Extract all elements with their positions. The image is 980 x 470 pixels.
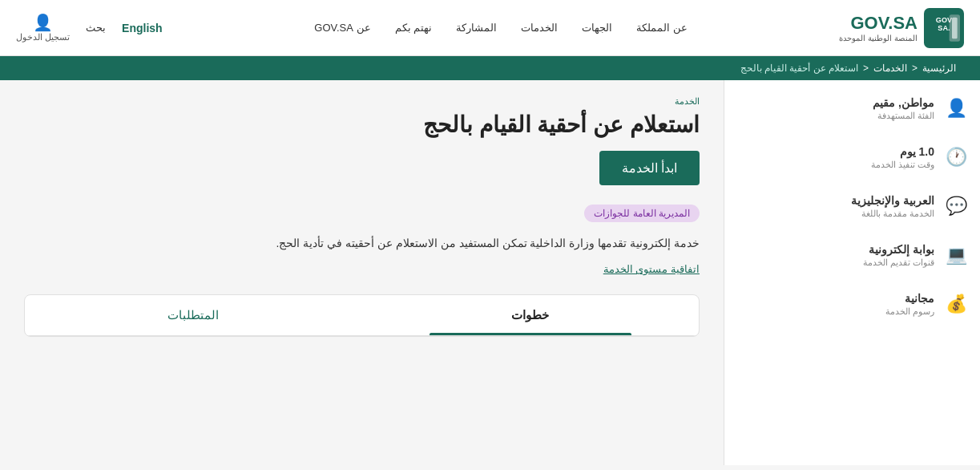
tab-requirements[interactable]: المتطلبات: [25, 295, 362, 335]
login-area[interactable]: 👤 تسجيل الدخول: [16, 13, 70, 43]
fee-icon: 💰: [944, 294, 968, 314]
main-content: 👤 مواطن, مقيم الفئة المستهدفة 🕐 1.0 يوم …: [0, 80, 980, 465]
breadcrumb-sep-1: <: [912, 63, 917, 74]
sidebar-execution-time: 🕐 1.0 يوم وقت تنفيذ الخدمة: [736, 145, 968, 170]
tab-steps[interactable]: خطوات: [362, 295, 700, 335]
nav-item-care[interactable]: نهتم بكم: [395, 22, 433, 34]
svg-rect-4: [952, 17, 958, 38]
nav-item-about-kingdom[interactable]: عن المملكة: [636, 22, 688, 34]
execution-time-label: وقت تنفيذ الخدمة: [871, 160, 934, 170]
target-audience-label: الفئة المستهدفة: [873, 111, 934, 121]
service-meta-label: الخدمة: [24, 96, 700, 107]
breadcrumb-current: استعلام عن أحقية القيام بالحج: [740, 63, 858, 74]
main-nav: عن المملكة الجهات الخدمات المشاركة نهتم …: [163, 22, 840, 34]
agency-badge: المديرية العامة للجوازات: [584, 205, 700, 222]
tabs-header: خطوات المتطلبات: [25, 295, 699, 336]
portal-icon: 💻: [944, 245, 968, 265]
sidebar-language: 💬 العربية والإنجليزية الخدمة مقدمة باللغ…: [736, 194, 968, 219]
fee-label: رسوم الخدمة: [885, 306, 934, 317]
user-login-icon: 👤: [33, 13, 53, 32]
language-value: العربية والإنجليزية: [851, 194, 934, 207]
sidebar-target-audience: 👤 مواطن, مقيم الفئة المستهدفة: [736, 96, 968, 121]
english-language-toggle[interactable]: English: [122, 22, 163, 34]
execution-time-value: 1.0 يوم: [871, 145, 934, 158]
language-label: الخدمة مقدمة باللغة: [851, 209, 934, 219]
sidebar-fee: 💰 مجانية رسوم الخدمة: [736, 292, 968, 317]
service-description: خدمة إلكترونية تقدمها وزارة الداخلية تمك…: [24, 233, 700, 253]
breadcrumb-bar: الرئيسية < الخدمات < استعلام عن أحقية ال…: [0, 56, 980, 80]
logo-text: GOV.SA: [839, 13, 917, 34]
breadcrumb-services[interactable]: الخدمات: [873, 63, 907, 74]
login-label: تسجيل الدخول: [16, 32, 70, 43]
logo-area: GOV .SA GOV.SA المنصة الوطنية الموحدة: [839, 8, 964, 48]
clock-icon: 🕐: [944, 147, 968, 168]
target-audience-value: مواطن, مقيم: [873, 96, 934, 109]
nav-item-participation[interactable]: المشاركة: [456, 22, 497, 34]
channel-label: قنوات تقديم الخدمة: [863, 257, 934, 268]
site-header: GOV .SA GOV.SA المنصة الوطنية الموحدة عن…: [0, 0, 980, 56]
start-service-button[interactable]: ابدأ الخدمة: [599, 151, 700, 185]
service-title: استعلام عن أحقية القيام بالحج: [24, 111, 700, 138]
user-icon: 👤: [944, 98, 968, 119]
breadcrumb-sep-2: <: [863, 63, 869, 74]
service-content-panel: الخدمة استعلام عن أحقية القيام بالحج ابد…: [0, 80, 724, 465]
sidebar-channel: 💻 بوابة إلكترونية قنوات تقديم الخدمة: [736, 243, 968, 268]
nav-item-about-govsa[interactable]: عن GOV.SA: [314, 22, 370, 34]
nav-item-entities[interactable]: الجهات: [582, 22, 612, 34]
language-icon: 💬: [944, 196, 968, 217]
service-agreement-link[interactable]: اتفاقية مستوى الخدمة: [24, 263, 700, 275]
search-link[interactable]: بحث: [86, 22, 106, 34]
gov-sa-logo-icon: GOV .SA: [924, 8, 964, 48]
header-actions: English بحث 👤 تسجيل الدخول: [16, 13, 163, 43]
service-sidebar: 👤 مواطن, مقيم الفئة المستهدفة 🕐 1.0 يوم …: [724, 80, 980, 465]
breadcrumb-home[interactable]: الرئيسية: [922, 63, 956, 74]
svg-text:.SA: .SA: [938, 24, 950, 32]
nav-item-services[interactable]: الخدمات: [521, 22, 558, 34]
fee-value: مجانية: [885, 292, 934, 305]
service-tabs-container: خطوات المتطلبات: [24, 294, 700, 337]
logo-subtitle: المنصة الوطنية الموحدة: [839, 34, 917, 43]
channel-value: بوابة إلكترونية: [863, 243, 934, 256]
